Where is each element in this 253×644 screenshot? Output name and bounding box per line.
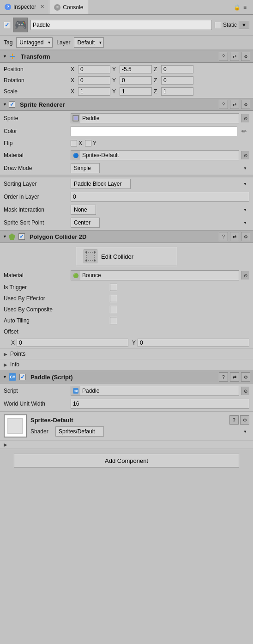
shader-select[interactable]: Sprites/Default	[55, 426, 104, 437]
transform-gear-btn[interactable]: ⚙	[241, 52, 250, 61]
flip-y-label: Y	[93, 140, 96, 146]
pos-y-label: Y	[112, 66, 118, 73]
sprite-sort-point-select-wrapper: Center	[71, 218, 249, 228]
sprite-select-btn[interactable]: ⊙	[241, 114, 249, 122]
script-field-text: Paddle	[80, 387, 239, 395]
paddle-script-help-btn[interactable]: ?	[219, 372, 228, 382]
rotation-label: Rotation	[4, 77, 71, 84]
sprite-field[interactable]: Paddle	[71, 113, 239, 123]
offset-x-input[interactable]	[17, 339, 128, 347]
points-expand-row[interactable]: ▶ Points	[0, 348, 253, 359]
object-enabled-checkbox[interactable]: ✓	[4, 22, 10, 28]
menu-icon[interactable]: ≡	[243, 4, 247, 11]
pos-z-input[interactable]	[161, 65, 193, 73]
is-trigger-checkbox[interactable]	[110, 284, 117, 291]
sprite-renderer-gear-btn[interactable]: ⚙	[241, 100, 250, 109]
lock-icon[interactable]: 🔒	[234, 4, 241, 11]
rot-x-input[interactable]	[78, 76, 110, 85]
sprite-sort-point-row: Sprite Sort Point Center	[0, 216, 253, 229]
used-by-composite-checkbox[interactable]	[110, 306, 117, 313]
sprite-renderer-section-header: ▼ ✓ Sprite Renderer ? ⇄ ⚙	[0, 98, 253, 111]
pos-x-input[interactable]	[78, 65, 110, 73]
sr-material-select-btn[interactable]: ⊙	[241, 151, 249, 159]
sprite-renderer-collapse-btn[interactable]: ▼	[3, 102, 7, 107]
polygon-collider-help-btn[interactable]: ?	[219, 232, 228, 241]
sr-material-field[interactable]: 🔵 Sprites-Default	[71, 150, 239, 160]
order-in-layer-input[interactable]	[71, 192, 249, 202]
sr-material-label: Material	[4, 152, 71, 158]
paddle-script-enabled-checkbox[interactable]: ✓	[19, 374, 26, 380]
world-unit-width-input[interactable]	[71, 399, 249, 409]
scale-y-input[interactable]	[120, 87, 152, 96]
color-swatch[interactable]	[71, 126, 237, 136]
polygon-collider-collapse-btn[interactable]: ▼	[3, 234, 7, 239]
flip-x-label: X	[78, 140, 82, 146]
scale-label: Scale	[4, 88, 71, 95]
shader-preview-inner	[5, 415, 26, 437]
scale-z-input[interactable]	[161, 87, 193, 96]
offset-y-input[interactable]	[138, 339, 249, 347]
pos-y-input[interactable]	[120, 65, 152, 73]
tab-console[interactable]: ≡ Console	[49, 0, 88, 14]
shader-row: Shader Sprites/Default	[30, 426, 249, 437]
object-name-input[interactable]	[30, 20, 212, 30]
sprite-renderer-settings-btn[interactable]: ⇄	[230, 100, 239, 109]
layer-select[interactable]: Default	[74, 37, 104, 48]
auto-tiling-checkbox[interactable]	[110, 317, 117, 324]
transform-section-header: ▼ Transform ? ⇄ ⚙	[0, 50, 253, 63]
pc-material-field[interactable]: 🟢 Bounce	[71, 270, 239, 280]
inspector-icon: ?	[5, 4, 11, 10]
mask-interaction-select[interactable]: None	[71, 205, 96, 215]
tag-select-wrapper: Untagged	[16, 37, 53, 48]
transform-settings-btn[interactable]: ⇄	[230, 52, 239, 61]
sprite-renderer-help-btn[interactable]: ?	[219, 100, 228, 109]
script-select-btn[interactable]: ⊙	[241, 387, 249, 395]
static-checkbox[interactable]	[215, 22, 221, 28]
points-expand-label: Points	[10, 351, 25, 357]
offset-xy-row: X Y	[0, 337, 253, 348]
sprite-sort-point-select[interactable]: Center	[71, 218, 100, 228]
rot-z-input[interactable]	[161, 76, 193, 85]
flip-y-checkbox[interactable]	[85, 140, 91, 146]
sorting-layer-select[interactable]: Paddle Block Layer	[71, 179, 131, 189]
shader-help-btn[interactable]: ?	[229, 415, 239, 425]
polygon-collider-enabled-checkbox[interactable]: ✓	[18, 233, 25, 240]
transform-help-btn[interactable]: ?	[219, 52, 228, 61]
draw-mode-row: Draw Mode Simple	[0, 162, 253, 175]
static-dropdown[interactable]: ▼	[239, 21, 249, 29]
paint-icon[interactable]: ✏	[239, 126, 249, 136]
paddle-script-gear-btn[interactable]: ⚙	[241, 372, 250, 382]
order-in-layer-row: Order in Layer	[0, 190, 253, 203]
shader-name: Sprites-Default	[30, 417, 73, 424]
shader-gear-btn[interactable]: ⚙	[240, 415, 249, 425]
pc-material-select-btn[interactable]: ⊙	[241, 271, 249, 279]
scale-x-input[interactable]	[78, 87, 110, 96]
polygon-collider-settings-btn[interactable]: ⇄	[230, 232, 239, 241]
info-expand-row[interactable]: ▶ Info	[0, 359, 253, 370]
transform-collapse-btn[interactable]: ▼	[3, 54, 7, 59]
paddle-script-settings-btn[interactable]: ⇄	[230, 372, 239, 382]
flip-x-checkbox[interactable]	[71, 140, 77, 146]
paddle-script-check-icon: ✓	[20, 374, 25, 380]
mask-interaction-select-wrapper: None	[71, 205, 249, 215]
close-inspector-tab[interactable]: ✕	[40, 4, 44, 10]
polygon-collider-gear-btn[interactable]: ⚙	[241, 232, 250, 241]
edit-collider-button[interactable]: Edit Collider	[76, 247, 177, 266]
rot-x-label: X	[71, 77, 76, 84]
sprite-icon	[72, 115, 79, 122]
tag-select[interactable]: Untagged	[16, 37, 53, 48]
tab-inspector[interactable]: ? Inspector ✕	[0, 0, 49, 14]
rot-y-input[interactable]	[120, 76, 152, 85]
paddle-script-collapse-btn[interactable]: ▼	[3, 375, 7, 379]
draw-mode-select[interactable]: Simple	[71, 163, 100, 173]
script-field[interactable]: C# Paddle	[71, 386, 239, 396]
script-cs-icon: C#	[73, 388, 78, 394]
sprite-renderer-title: Sprite Renderer	[17, 98, 217, 111]
shader-collapse-row[interactable]: ▶	[0, 440, 253, 449]
add-component-button[interactable]: Add Component	[14, 454, 239, 468]
used-by-effector-checkbox[interactable]	[110, 295, 117, 302]
svg-rect-4	[86, 252, 95, 261]
sprite-renderer-enabled-checkbox[interactable]: ✓	[9, 101, 15, 108]
edit-collider-row: Edit Collider	[0, 244, 253, 269]
console-tab-label: Console	[63, 4, 83, 11]
